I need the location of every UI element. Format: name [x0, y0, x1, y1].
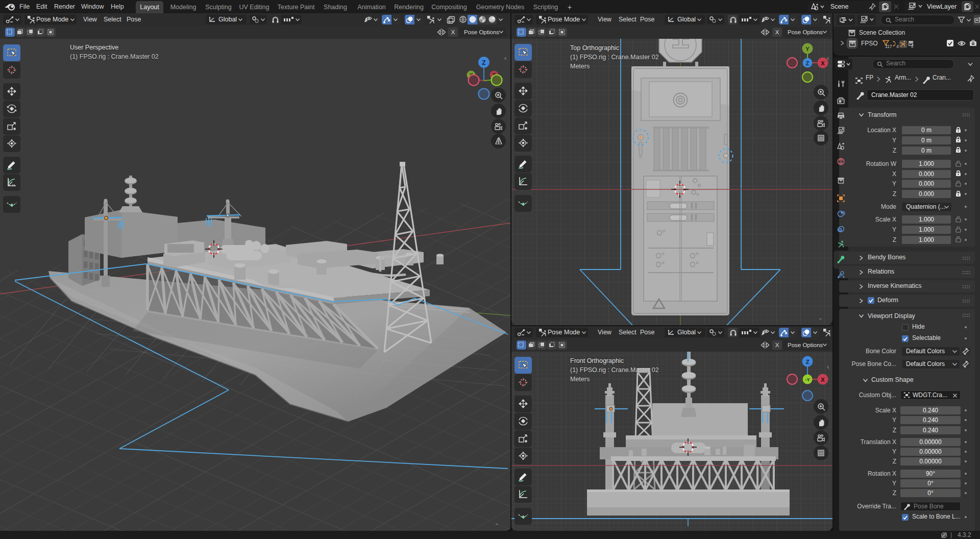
svg-text:4: 4: [896, 44, 899, 49]
svg-text:X: X: [821, 60, 825, 66]
svg-text:117: 117: [885, 44, 892, 49]
svg-text:-Y: -Y: [805, 377, 810, 382]
svg-text:X: X: [821, 377, 825, 383]
svg-text:Z: Z: [482, 59, 485, 66]
svg-text:Z: Z: [806, 359, 810, 365]
svg-text:Z: Z: [806, 60, 810, 66]
svg-text:Y: Y: [805, 46, 810, 52]
